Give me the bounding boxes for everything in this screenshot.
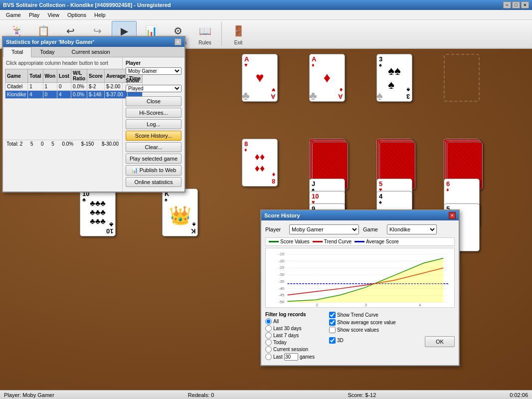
sh-game-label: Game <box>363 226 383 232</box>
cb-3d-label: 3D <box>337 338 344 343</box>
col-game[interactable]: Game <box>5 69 28 83</box>
col-total[interactable]: Total <box>28 69 43 83</box>
maximize-button[interactable]: □ <box>512 1 520 8</box>
legend-trend: Trend Curve <box>313 239 352 244</box>
radio-last-label: Last <box>273 354 283 360</box>
log-button[interactable]: Log... <box>126 119 181 129</box>
cell-game-klondike: Klondike <box>5 91 28 99</box>
cell-won-klondike: 0 <box>43 91 57 99</box>
radio-all-input[interactable] <box>265 318 272 325</box>
menu-game[interactable]: Game <box>2 11 25 19</box>
menu-bar: Game Play View Options Help <box>0 10 532 20</box>
legend-score: Score Values <box>269 239 310 244</box>
sh-game-select[interactable]: Klondike <box>387 224 437 234</box>
svg-text:-15: -15 <box>279 252 285 256</box>
stats-body: Click appropriate column header button t… <box>3 57 184 192</box>
hi-scores-button[interactable]: Hi-Scores... <box>126 108 181 118</box>
svg-text:3: 3 <box>365 303 367 307</box>
cell-game-citadel: Citadel <box>5 83 28 91</box>
title-text: BVS Solitaire Collection - Klondike [#40… <box>3 2 171 8</box>
rules-button[interactable]: 📖 Rules <box>192 21 217 47</box>
last-unit-label: games <box>300 354 315 360</box>
play-selected-button[interactable]: Play selected game <box>126 154 181 164</box>
cb-score-label: Show score values <box>337 327 379 333</box>
stats-tabs: Total Today Current session <box>3 47 184 57</box>
tab-total[interactable]: Total <box>3 47 31 57</box>
tab-current-session[interactable]: Current session <box>63 47 119 57</box>
table-row[interactable]: Citadel 1 1 0 0.0% $-2 $-2.00 <box>5 83 143 91</box>
status-score: Score: $-12 <box>348 392 376 398</box>
cell-score-klondike: $-148 <box>87 91 105 99</box>
cb-trend-label: Show Trend Curve <box>337 312 378 318</box>
exit-button[interactable]: 🚪 Exit <box>226 21 251 47</box>
stats-close-button[interactable]: × <box>175 38 181 45</box>
svg-text:4: 4 <box>419 303 421 307</box>
total-row: Total: 2 5 0 5 0.0% $-150 $-30.00 <box>5 140 120 148</box>
total-label: Total: 2 <box>6 141 22 147</box>
radio-last-input[interactable] <box>265 354 272 360</box>
card-placeholder-4 <box>444 54 480 102</box>
cell-wl-klondike: 0.0% <box>71 91 87 99</box>
close-stats-button[interactable]: Close <box>126 96 181 106</box>
status-redeals: Redeals: 0 <box>188 392 214 398</box>
table-header-row: Game Total Won Lost W/L Ratio Score Aver… <box>5 69 143 83</box>
last-value-input[interactable] <box>284 353 298 361</box>
clear-button[interactable]: Clear... <box>126 142 181 152</box>
player-dropdown[interactable]: Moby Gamer <box>126 67 181 75</box>
col-won[interactable]: Won <box>43 69 57 83</box>
radio-current-session: Current session <box>265 346 325 353</box>
radio-7days-input[interactable] <box>265 332 272 339</box>
score-history-window: Score History × Player Moby Gamer Game K… <box>260 209 460 366</box>
radio-today-input[interactable] <box>265 339 272 346</box>
minimize-button[interactable]: − <box>503 1 511 8</box>
radio-today: Today <box>265 339 325 346</box>
stats-left-panel: Click appropriate column header button t… <box>3 57 123 192</box>
legend-avg: Average Score <box>355 239 399 244</box>
sh-player-row: Player Moby Gamer Game Klondike <box>265 224 455 234</box>
exit-icon: 🚪 <box>230 23 246 39</box>
tab-today[interactable]: Today <box>31 47 63 57</box>
cb-score-row: Show score values <box>329 327 455 333</box>
col-lost[interactable]: Lost <box>57 69 71 83</box>
card-8-diamonds[interactable]: 8♦ ♦♦♦♦ 8♦ <box>242 139 278 187</box>
stats-table: Game Total Won Lost W/L Ratio Score Aver… <box>5 69 143 99</box>
svg-text:-30: -30 <box>279 272 285 277</box>
cb-avg-row: Show average score value <box>329 319 455 326</box>
radio-current-session-input[interactable] <box>265 346 272 353</box>
online-stats-button[interactable]: Online statistics <box>126 177 181 187</box>
radio-7days-label: Last 7 days <box>273 333 299 338</box>
total-avg: $-30.00 <box>102 141 119 147</box>
card-king[interactable]: K♠ 👑 K♠ <box>162 189 198 236</box>
clubs-symbol2: ♣ <box>309 89 317 103</box>
close-button[interactable]: × <box>521 1 529 8</box>
sh-player-select[interactable]: Moby Gamer <box>289 224 359 234</box>
legend-trend-label: Trend Curve <box>324 239 352 244</box>
statistics-window: Statistics for player 'Moby Gamer' × Tot… <box>2 36 185 193</box>
col-wl[interactable]: W/L Ratio <box>71 69 87 83</box>
radio-all-label: All <box>273 319 279 324</box>
cell-total-klondike: 4 <box>28 91 43 99</box>
col-score[interactable]: Score <box>87 69 105 83</box>
menu-play[interactable]: Play <box>25 11 43 19</box>
sh-close-button[interactable]: × <box>449 212 456 219</box>
score-history-button[interactable]: Score History... <box>126 131 181 141</box>
cb-avg[interactable] <box>329 319 336 326</box>
sh-ok-button[interactable]: OK <box>425 336 455 347</box>
menu-view[interactable]: View <box>43 11 63 19</box>
show-dropdown[interactable]: Played <box>126 85 181 92</box>
rules-label: Rules <box>198 40 211 45</box>
status-bar: Player: Moby Gamer Redeals: 0 Score: $-1… <box>0 390 532 399</box>
cb-trend[interactable] <box>329 312 336 318</box>
show-label: Show <box>126 78 181 83</box>
status-time: 0:02:06 <box>510 392 528 398</box>
svg-text:-25: -25 <box>279 265 285 270</box>
publish-button[interactable]: 📊 Publish to Web <box>126 165 181 176</box>
card-10-clubs[interactable]: 10♣ ♣♣♣♣♣♣♣♣♣ 10♣ <box>80 189 116 236</box>
radio-30days-input[interactable] <box>265 325 272 332</box>
menu-help[interactable]: Help <box>90 11 110 19</box>
cb-3d[interactable] <box>329 337 336 344</box>
menu-options[interactable]: Options <box>63 11 90 19</box>
table-row-selected[interactable]: Klondike 4 0 4 0.0% $-148 $-37.00 <box>5 91 143 99</box>
cb-score[interactable] <box>329 327 336 333</box>
total-won: 0 <box>41 141 44 147</box>
